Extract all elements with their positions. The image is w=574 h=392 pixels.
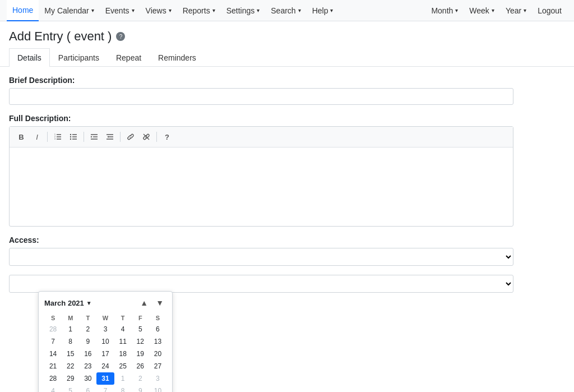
- brief-description-input[interactable]: [9, 88, 513, 105]
- calendar-day-cell[interactable]: 31: [96, 372, 114, 385]
- rte-ol-button[interactable]: 123: [50, 130, 65, 144]
- calendar-prev-button[interactable]: ▲: [137, 297, 151, 308]
- calendar-day-cell[interactable]: 15: [62, 348, 79, 360]
- calendar-day-cell[interactable]: 6: [79, 385, 96, 392]
- calendar-day-cell[interactable]: 30: [79, 372, 96, 385]
- rte-unlink-button[interactable]: [139, 130, 154, 144]
- rte-divider-1: [47, 132, 48, 142]
- rte-ul-button[interactable]: [66, 130, 81, 144]
- calendar-popup: March 2021 ▼ ▲ ▼ SMTWTFS 281234567891011…: [38, 291, 173, 392]
- calendar-day-cell[interactable]: 3: [96, 323, 114, 335]
- rte-divider-2: [84, 132, 84, 142]
- calendar-day-cell[interactable]: 5: [132, 323, 149, 335]
- svg-point-9: [70, 134, 71, 135]
- settings-caret: ▾: [257, 7, 260, 13]
- brief-description-group: Brief Description:: [9, 76, 565, 105]
- tab-details[interactable]: Details: [9, 48, 50, 67]
- calendar-day-cell[interactable]: 1: [114, 372, 132, 385]
- navbar-item-my-calendar[interactable]: My Calendar ▾: [39, 0, 99, 21]
- calendar-day-cell[interactable]: 25: [114, 360, 132, 372]
- navbar-item-week[interactable]: Week ▾: [464, 0, 500, 21]
- help-icon[interactable]: ?: [116, 32, 125, 41]
- rte-content-area[interactable]: [10, 147, 513, 226]
- navbar-item-settings[interactable]: Settings ▾: [221, 0, 266, 21]
- search-caret: ▾: [298, 7, 301, 13]
- calendar-day-cell[interactable]: 4: [114, 323, 132, 335]
- calendar-day-cell[interactable]: 2: [79, 323, 96, 335]
- calendar-day-cell[interactable]: 28: [44, 323, 62, 335]
- calendar-day-cell[interactable]: 9: [79, 335, 96, 348]
- full-description-label: Full Description:: [9, 114, 565, 123]
- calendar-day-cell[interactable]: 16: [79, 348, 96, 360]
- calendar-day-cell[interactable]: 5: [62, 385, 79, 392]
- calendar-day-cell[interactable]: 1: [62, 323, 79, 335]
- calendar-day-cell[interactable]: 8: [114, 385, 132, 392]
- calendar-day-cell[interactable]: 7: [44, 335, 62, 348]
- rte-bold-button[interactable]: B: [14, 130, 29, 144]
- calendar-day-header: S: [44, 313, 62, 323]
- calendar-day-cell[interactable]: 13: [149, 335, 166, 348]
- calendar-day-cell[interactable]: 12: [132, 335, 149, 348]
- tabs-bar: Details Participants Repeat Reminders: [0, 48, 574, 67]
- calendar-day-cell[interactable]: 7: [96, 385, 114, 392]
- reports-caret: ▾: [212, 7, 215, 13]
- events-caret: ▾: [132, 7, 135, 13]
- navbar-item-reports[interactable]: Reports ▾: [177, 0, 221, 21]
- calendar-day-cell[interactable]: 27: [149, 360, 166, 372]
- calendar-day-cell[interactable]: 2: [132, 372, 149, 385]
- rte-link-button[interactable]: [123, 130, 138, 144]
- calendar-day-cell[interactable]: 17: [96, 348, 114, 360]
- navbar-item-search[interactable]: Search ▾: [265, 0, 306, 21]
- calendar-day-cell[interactable]: 4: [44, 385, 62, 392]
- calendar-day-cell[interactable]: 21: [44, 360, 62, 372]
- tab-reminders[interactable]: Reminders: [150, 48, 205, 67]
- calendar-day-cell[interactable]: 10: [96, 335, 114, 348]
- calendar-day-cell[interactable]: 29: [62, 372, 79, 385]
- calendar-day-header: M: [62, 313, 79, 323]
- tab-participants[interactable]: Participants: [50, 48, 108, 67]
- calendar-day-cell[interactable]: 10: [149, 385, 166, 392]
- full-description-group: Full Description: B I 123: [9, 114, 565, 227]
- calendar-day-cell[interactable]: 3: [149, 372, 166, 385]
- access-group: Access:: [9, 236, 565, 266]
- calendar-day-cell[interactable]: 24: [96, 360, 114, 372]
- navbar-item-events[interactable]: Events ▾: [100, 0, 140, 21]
- calendar-day-cell[interactable]: 6: [149, 323, 166, 335]
- page-title: Add Entry ( event ): [9, 29, 112, 44]
- rte-indent-button[interactable]: [87, 130, 101, 144]
- calendar-day-header: S: [149, 313, 166, 323]
- year-caret: ▾: [524, 7, 526, 13]
- calendar-day-cell[interactable]: 20: [149, 348, 166, 360]
- calendar-day-cell[interactable]: 11: [114, 335, 132, 348]
- logout-button[interactable]: Logout: [532, 0, 567, 21]
- navbar-item-year[interactable]: Year ▾: [500, 0, 532, 21]
- tab-repeat[interactable]: Repeat: [108, 48, 150, 67]
- calendar-day-cell[interactable]: 8: [62, 335, 79, 348]
- navbar-item-help[interactable]: Help ▾: [307, 0, 339, 21]
- calendar-day-cell[interactable]: 23: [79, 360, 96, 372]
- rte-divider-4: [156, 132, 157, 142]
- rte-help-button[interactable]: ?: [160, 130, 174, 144]
- calendar-day-header: T: [114, 313, 132, 323]
- calendar-day-header: T: [79, 313, 96, 323]
- rte-outdent-button[interactable]: [103, 130, 117, 144]
- calendar-header: March 2021 ▼ ▲ ▼: [44, 297, 166, 308]
- navbar-item-month[interactable]: Month ▾: [425, 0, 464, 21]
- calendar-month-label: March 2021 ▼: [44, 299, 92, 307]
- brief-description-label: Brief Description:: [9, 76, 565, 85]
- navbar-item-home[interactable]: Home: [7, 0, 39, 21]
- calendar-day-cell[interactable]: 22: [62, 360, 79, 372]
- calendar-grid: SMTWTFS 28123456789101112131415161718192…: [44, 313, 166, 392]
- calendar-day-cell[interactable]: 19: [132, 348, 149, 360]
- calendar-day-cell[interactable]: 18: [114, 348, 132, 360]
- navbar-item-views[interactable]: Views ▾: [140, 0, 177, 21]
- calendar-day-cell[interactable]: 9: [132, 385, 149, 392]
- calendar-next-button[interactable]: ▼: [153, 297, 166, 308]
- calendar-day-cell[interactable]: 28: [44, 372, 62, 385]
- second-select[interactable]: [9, 275, 513, 293]
- calendar-day-cell[interactable]: 26: [132, 360, 149, 372]
- rte-italic-button[interactable]: I: [30, 130, 44, 144]
- rte-wrapper: B I 123: [9, 126, 513, 227]
- access-select[interactable]: [9, 248, 513, 266]
- calendar-day-cell[interactable]: 14: [44, 348, 62, 360]
